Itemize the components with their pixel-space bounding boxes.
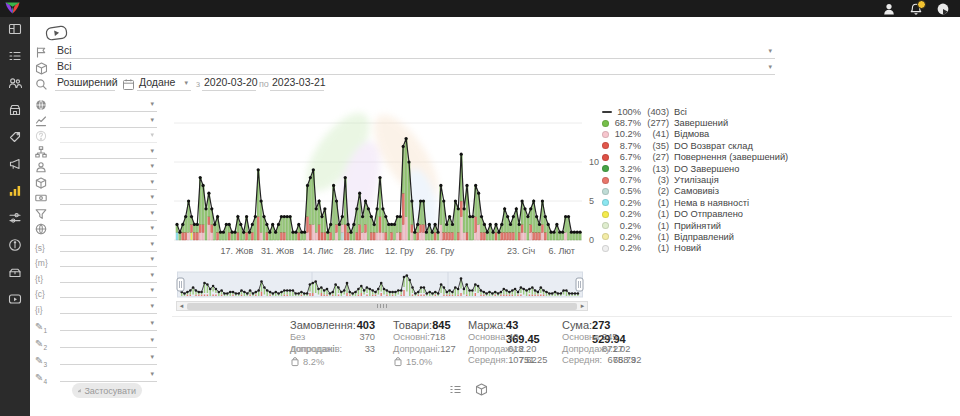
custom-field-3-select[interactable]: [60, 350, 157, 365]
tutorials-icon: [8, 292, 22, 310]
search-icon: [35, 77, 48, 90]
svg-text:0: 0: [589, 235, 594, 245]
website-select[interactable]: [60, 221, 157, 236]
scroll-right-arrow[interactable]: ▸: [578, 302, 587, 310]
legend-item[interactable]: 0.2%(1)Новий: [602, 243, 787, 254]
legend-item[interactable]: 6.7%(27)Повернення (завершений): [602, 152, 787, 163]
legend-item[interactable]: 0.2%(1)Відправлений: [602, 231, 787, 242]
product-view-icon[interactable]: [475, 382, 488, 395]
navigator-handle-right[interactable]: [576, 278, 583, 291]
utm-medium-icon: {m}: [35, 252, 48, 265]
legend-item[interactable]: 0.2%(1)DO Отправлено: [602, 209, 787, 220]
apply-button-label: Застосувати: [84, 386, 136, 396]
legend-swatch: [602, 211, 609, 218]
legend-swatch: [602, 188, 609, 195]
legend-pct: 0.2%: [614, 198, 641, 208]
avatar-icon[interactable]: [936, 2, 950, 16]
status-filter-value: Всі: [57, 44, 72, 56]
sidebar-item-sales[interactable]: [0, 125, 30, 152]
stat-row-label: Основні:: [393, 332, 430, 344]
list-view-icon[interactable]: [449, 382, 462, 395]
date-field-select[interactable]: Додане: [137, 76, 191, 91]
svg-text:5: 5: [589, 196, 594, 206]
utm-content-select[interactable]: [60, 283, 157, 298]
stat-title: Товари:: [393, 318, 432, 332]
utm-medium-select[interactable]: [60, 252, 157, 267]
status-filter-select[interactable]: Всі: [55, 44, 775, 59]
legend-item[interactable]: 8.7%(35)DO Возврат склад: [602, 140, 787, 151]
date-to-input[interactable]: 2023-03-21: [270, 76, 324, 91]
stat-row-value: 370: [359, 332, 375, 344]
user-icon[interactable]: [882, 2, 896, 16]
stat-row-value: 40 618.20: [508, 332, 536, 344]
scroll-left-arrow[interactable]: ◂: [177, 302, 186, 310]
legend-item[interactable]: 0.5%(2)Самовивіз: [602, 186, 787, 197]
search-mode-select[interactable]: Розширений: [55, 76, 115, 91]
legend-pct: 6.7%: [614, 152, 641, 162]
legend-label: Нема в наявності: [674, 198, 749, 208]
custom-field-1-select[interactable]: [60, 316, 157, 331]
source-select[interactable]: [60, 97, 157, 112]
legend-item[interactable]: 0.2%(1)Нема в наявності: [602, 197, 787, 208]
chart-navigator[interactable]: [176, 271, 588, 300]
legend-item[interactable]: 3.2%(13)DO Завершено: [602, 163, 787, 174]
sidebar-item-store[interactable]: [0, 98, 30, 125]
sidebar-item-analytics[interactable]: [0, 179, 30, 206]
chart-scrollbar[interactable]: ◂ ▸: [176, 301, 588, 311]
navigator-handle-left[interactable]: [177, 278, 184, 291]
date-from-value: 2020-03-20: [204, 76, 258, 88]
payment-select[interactable]: [60, 190, 157, 205]
video-hint-icon[interactable]: [44, 24, 70, 46]
legend-count: (1): [641, 198, 669, 208]
sidebar-item-tutorials[interactable]: [0, 287, 30, 314]
structure-select[interactable]: [60, 144, 157, 159]
manager-select[interactable]: [60, 159, 157, 174]
sidebar-item-automation[interactable]: [0, 206, 30, 233]
legend-item[interactable]: 0.2%(1)Прийнятий: [602, 220, 787, 231]
apply-button[interactable]: Застосувати: [72, 383, 142, 398]
orders-chart[interactable]: 051017. Жов31. Жов14. Лис28. Лис12. Гру2…: [170, 100, 610, 260]
legend-count: (1): [641, 209, 669, 219]
utm-source-select[interactable]: [60, 237, 157, 252]
notification-badge: [917, 0, 926, 9]
scrollbar-thumb[interactable]: [187, 303, 577, 310]
product-select[interactable]: [60, 175, 157, 190]
custom-field-2-select[interactable]: [60, 333, 157, 348]
legend-item[interactable]: 100%(403)Всі: [602, 106, 787, 117]
bag-icon: [393, 356, 403, 369]
info-icon: [8, 238, 22, 256]
product-filter-select[interactable]: Всі: [55, 60, 775, 75]
custom-field-4-select[interactable]: [60, 367, 157, 382]
legend-swatch: [602, 233, 609, 240]
support-icon: [8, 265, 22, 283]
sidebar-item-support[interactable]: [0, 260, 30, 287]
app-logo-icon[interactable]: [4, 1, 21, 20]
utm-id-select[interactable]: [60, 299, 157, 314]
legend-item[interactable]: 68.7%(277)Завершений: [602, 117, 787, 128]
sidebar-item-dashboard[interactable]: [0, 17, 30, 44]
stat-row-value: 27 658.92: [613, 344, 641, 356]
sidebar-item-customers[interactable]: [0, 71, 30, 98]
legend-pct: 68.7%: [614, 118, 641, 128]
stat-column: Маржа:43 369.45Основна:40 618.20Допродаж…: [468, 318, 530, 367]
custom-field-2-icon: ✎2: [35, 333, 48, 346]
legend-pct: 0.7%: [614, 175, 641, 185]
legend-item[interactable]: 0.7%(3)Утилізація: [602, 174, 787, 185]
apply-chart-icon: [78, 386, 81, 395]
utm-term-select[interactable]: [60, 268, 157, 283]
bell-icon[interactable]: [909, 2, 923, 16]
legend-item[interactable]: 10.2%(41)Відмова: [602, 129, 787, 140]
sidebar-item-info[interactable]: [0, 233, 30, 260]
stage-select[interactable]: [60, 113, 157, 128]
sidebar-item-marketing[interactable]: [0, 152, 30, 179]
sidebar-item-orders[interactable]: [0, 44, 30, 71]
help-select[interactable]: [60, 128, 157, 143]
stat-row-label: Основна:: [562, 332, 602, 344]
calendar-icon: [122, 77, 135, 90]
automation-icon: [8, 211, 22, 229]
date-from-input[interactable]: 2020-03-20: [202, 76, 256, 91]
svg-text:31. Жов: 31. Жов: [261, 246, 294, 256]
legend-label: Новий: [674, 243, 701, 253]
sales-icon: [8, 130, 22, 148]
funnel-select[interactable]: [60, 206, 157, 221]
